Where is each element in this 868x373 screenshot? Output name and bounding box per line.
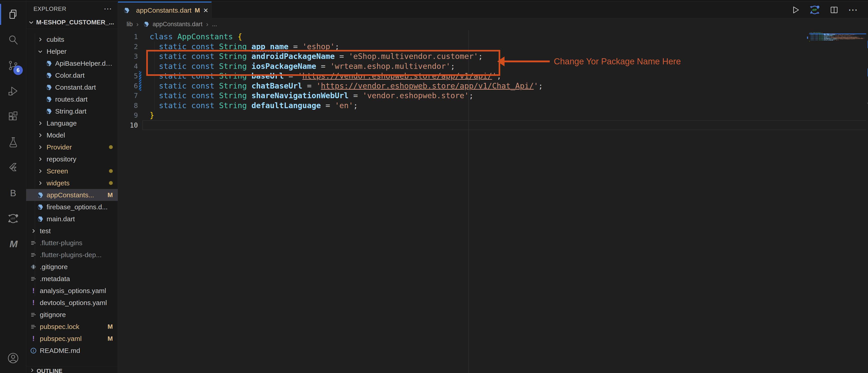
- tree-item[interactable]: .gitignore: [26, 261, 118, 273]
- code-line[interactable]: 9}: [118, 110, 868, 120]
- dart-file-icon: [36, 191, 44, 199]
- warn-file-icon: !: [29, 287, 37, 295]
- code-line[interactable]: 3 static const String androidPackageName…: [118, 52, 868, 61]
- code-line[interactable]: 10: [118, 120, 868, 130]
- svg-text:i: i: [33, 349, 34, 353]
- tree-item[interactable]: main.dart: [26, 213, 118, 225]
- code-line[interactable]: 5 static const String baseUrl = 'https:/…: [118, 71, 868, 81]
- gutter: [138, 32, 143, 42]
- chevron-right-icon: [36, 119, 44, 127]
- dart-file-icon: [36, 215, 44, 223]
- flutter-icon[interactable]: [0, 155, 26, 180]
- tree-item[interactable]: cubits: [26, 33, 118, 45]
- more-actions-icon[interactable]: ⋯: [848, 9, 859, 11]
- tree-item[interactable]: Language: [26, 117, 118, 129]
- tree-item[interactable]: Provider: [26, 141, 118, 153]
- run-debug-icon[interactable]: [0, 78, 26, 104]
- extensions-icon[interactable]: [0, 104, 26, 129]
- code-line[interactable]: 6 static const String chatBaseUrl = 'htt…: [118, 81, 868, 91]
- dart-file-icon: [45, 95, 53, 103]
- minimap[interactable]: class AppConstants { static const String…: [809, 32, 866, 59]
- line-number: 9: [118, 110, 138, 120]
- tree-item[interactable]: routes.dart: [26, 93, 118, 105]
- tree-item[interactable]: .flutter-plugins: [26, 237, 118, 249]
- line-number: 4: [118, 61, 138, 71]
- tree-item[interactable]: appConstants...M: [26, 189, 118, 201]
- breadcrumb-more[interactable]: ...: [212, 21, 217, 28]
- tree-item[interactable]: !devtools_options.yaml: [26, 297, 118, 309]
- source-control-icon[interactable]: 6: [0, 53, 26, 78]
- outline-section-header[interactable]: OUTLINE: [26, 366, 118, 373]
- tree-item[interactable]: !pubspec.yamlM: [26, 333, 118, 344]
- code-line[interactable]: 7 static const String shareNavigationWeb…: [118, 91, 868, 101]
- tree-item[interactable]: Constant.dart: [26, 81, 118, 93]
- tree-item[interactable]: Model: [26, 129, 118, 141]
- list-file-icon: [29, 239, 37, 247]
- tree-item[interactable]: Screen: [26, 165, 118, 177]
- modified-dot-badge: [109, 181, 113, 185]
- code-editor[interactable]: 1class AppConstants {2 static const Stri…: [118, 30, 868, 373]
- tree-item[interactable]: gitignore: [26, 309, 118, 320]
- tab-label: appConstants.dart: [136, 6, 191, 14]
- breadcrumb-separator: ›: [206, 20, 209, 28]
- tab-bar-spacer: [212, 2, 786, 18]
- explorer-icon[interactable]: [0, 2, 26, 27]
- list-file-icon: [29, 311, 37, 319]
- run-icon[interactable]: [790, 5, 800, 15]
- tree-item[interactable]: widgets: [26, 177, 118, 189]
- tree-item-label: .metadata: [40, 275, 70, 283]
- tree-item[interactable]: iREADME.md: [26, 344, 118, 357]
- tree-item-label: routes.dart: [55, 96, 88, 103]
- b-extension-icon[interactable]: B: [0, 180, 26, 206]
- explorer-more-icon[interactable]: ⋯: [104, 6, 112, 11]
- code-line[interactable]: 1class AppConstants {: [118, 32, 868, 42]
- partial-diff-icon[interactable]: diff: [0, 206, 26, 231]
- svg-text:diff: diff: [812, 8, 817, 11]
- dart-file-icon: [123, 6, 131, 14]
- tab-appconstants[interactable]: appConstants.dart M ✕: [118, 2, 212, 18]
- project-root-row[interactable]: M-ESHOP_CUSTOMER_...: [26, 16, 118, 29]
- code-line[interactable]: 8 static const String defaultLanguage = …: [118, 101, 868, 111]
- tree-item[interactable]: test: [26, 225, 118, 237]
- vscode-window: 6: [0, 2, 868, 373]
- code-line-content: static const String shareNavigationWebUr…: [143, 91, 473, 101]
- breadcrumb-file[interactable]: appConstants.dart: [142, 20, 203, 28]
- source-control-badge: 6: [13, 66, 23, 75]
- tree-item[interactable]: String.dart: [26, 105, 118, 117]
- tree-item-label: test: [40, 227, 51, 235]
- compare-diff-icon[interactable]: diff: [809, 4, 820, 15]
- search-icon[interactable]: [0, 27, 26, 53]
- close-icon[interactable]: ✕: [203, 7, 208, 14]
- chevron-right-icon: [36, 167, 44, 175]
- m-extension-icon[interactable]: M: [0, 231, 26, 257]
- code-line-content: static const String app_name = 'eshop';: [143, 42, 339, 52]
- testing-icon[interactable]: [0, 129, 26, 155]
- tree-item[interactable]: pubspec.lockM: [26, 320, 118, 333]
- code-line[interactable]: 4 static const String iosPackageName = '…: [118, 61, 868, 71]
- code-line[interactable]: 2 static const String app_name = 'eshop'…: [118, 42, 868, 52]
- tree-item[interactable]: Helper: [26, 45, 118, 57]
- tree-item-label: Language: [46, 120, 76, 127]
- tree-item[interactable]: .flutter-plugins-dep...: [26, 249, 118, 261]
- tree-item[interactable]: repository: [26, 153, 118, 165]
- dart-file-icon: [142, 20, 150, 28]
- account-icon[interactable]: [0, 345, 26, 371]
- chevron-right-icon: [36, 35, 44, 43]
- line-number: 1: [118, 32, 138, 42]
- tree-item[interactable]: ApiBaseHelper.dart: [26, 57, 118, 69]
- tree-item-label: Screen: [46, 167, 68, 175]
- modified-dot-badge: [109, 169, 113, 173]
- tree-item[interactable]: !analysis_options.yaml: [26, 285, 118, 297]
- tree-item[interactable]: Color.dart: [26, 69, 118, 81]
- activity-bar: 6: [0, 2, 26, 373]
- chevron-right-icon: [36, 143, 44, 151]
- split-editor-icon[interactable]: [829, 5, 839, 15]
- tree-item-label: pubspec.yaml: [40, 335, 82, 342]
- chevron-right-icon: [36, 179, 44, 187]
- line-number: 3: [118, 52, 138, 61]
- explorer-title: EXPLORER: [33, 5, 66, 12]
- tree-item[interactable]: firebase_options.d...: [26, 201, 118, 213]
- breadcrumb-lib[interactable]: lib: [127, 21, 133, 28]
- tree-item[interactable]: .metadata: [26, 273, 118, 285]
- warn-file-icon: !: [29, 335, 37, 343]
